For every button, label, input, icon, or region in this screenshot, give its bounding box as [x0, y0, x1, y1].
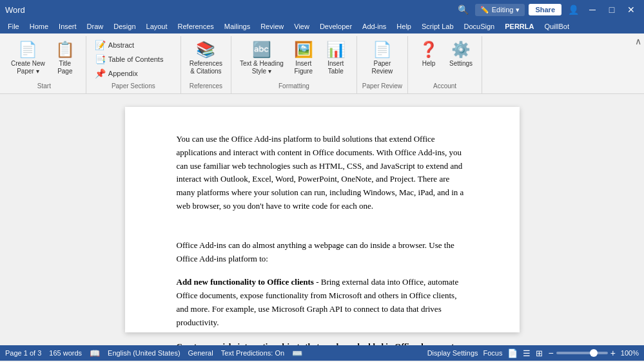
title-page-icon: 📋 [55, 41, 75, 59]
references-label: References& Citations [190, 60, 222, 75]
menu-developer[interactable]: Developer [315, 21, 357, 32]
ribbon-group-references-label: References [190, 80, 222, 91]
paper-review-button[interactable]: 📄 PaperReview [367, 39, 398, 77]
document-area: You can use the Office Add-ins platform … [0, 94, 644, 345]
new-paper-icon: 📄 [18, 41, 37, 59]
appendix-button[interactable]: 📌 Appendix [92, 67, 175, 80]
table-of-contents-button[interactable]: 📑 Table of Contents [92, 53, 175, 66]
paper-review-items: 📄 PaperReview [367, 39, 398, 80]
title-page-button[interactable]: 📋 TitlePage [50, 39, 81, 77]
menu-review[interactable]: Review [255, 21, 289, 32]
paper-sections-items: 📝 Abstract 📑 Table of Contents 📌 Appendi… [92, 39, 175, 80]
minimize-button[interactable]: ─ [585, 2, 600, 17]
formatting-items: 🔤 Text & HeadingStyle ▾ 🖼️ InsertFigure … [237, 39, 351, 80]
menu-references[interactable]: References [173, 21, 219, 32]
paragraph-2: Office Add-ins can do almost anything a … [177, 239, 468, 266]
references-citations-button[interactable]: 📚 References& Citations [186, 39, 226, 77]
ribbon-group-account: ❓ Help ⚙️ Settings Account [408, 36, 482, 93]
abstract-label: Abstract [108, 41, 134, 49]
text-heading-style-button[interactable]: 🔤 Text & HeadingStyle ▾ [237, 39, 287, 77]
close-button[interactable]: ✕ [623, 2, 639, 17]
ribbon-group-formatting: 🔤 Text & HeadingStyle ▾ 🖼️ InsertFigure … [231, 36, 357, 93]
appendix-icon: 📌 [95, 68, 106, 79]
ribbon-group-paper-review: 📄 PaperReview Paper Review [357, 36, 408, 93]
search-button[interactable]: 🔍 [456, 2, 471, 17]
appendix-label: Appendix [108, 70, 138, 77]
zoom-slider: − + [548, 348, 615, 358]
ribbon-group-references: 📚 References& Citations References [181, 36, 231, 93]
settings-label: Settings [449, 60, 473, 68]
editing-label: Editing [492, 6, 514, 14]
insert-table-label: InsertTable [327, 60, 344, 75]
settings-icon: ⚙️ [451, 41, 471, 59]
text-predictions: Text Predictions: On [221, 349, 284, 357]
page-info: Page 1 of 3 [5, 349, 41, 357]
editing-button[interactable]: ✏️ Editing ▾ [475, 4, 525, 16]
title-bar: Word 🔍 ✏️ Editing ▾ Share 👤 ─ □ ✕ [0, 0, 644, 19]
abstract-button[interactable]: 📝 Abstract [92, 39, 175, 52]
paragraph-3: Add new functionality to Office clients … [177, 276, 468, 329]
settings-button[interactable]: ⚙️ Settings [445, 39, 476, 70]
document-page: You can use the Office Add-ins platform … [125, 107, 520, 332]
share-button[interactable]: Share [529, 4, 561, 15]
title-bar-title: Word [5, 5, 25, 15]
menu-insert[interactable]: Insert [54, 21, 82, 32]
ribbon-group-paper-sections: 📝 Abstract 📑 Table of Contents 📌 Appendi… [86, 36, 181, 93]
focus[interactable]: Focus [483, 349, 503, 357]
references-icon: 📚 [196, 41, 215, 59]
menu-script-lab[interactable]: Script Lab [416, 21, 459, 32]
toc-label: Table of Contents [108, 55, 164, 63]
chevron-icon: ▾ [516, 6, 520, 14]
zoom-plus[interactable]: + [610, 348, 616, 358]
pencil-icon: ✏️ [480, 6, 489, 14]
create-new-paper-button[interactable]: 📄 Create NewPaper ▾ [8, 39, 48, 77]
menu-mailings[interactable]: Mailings [219, 21, 255, 32]
new-paper-label: Create NewPaper ▾ [11, 60, 45, 75]
menu-add-ins[interactable]: Add-ins [357, 21, 391, 32]
restore-button[interactable]: □ [604, 2, 620, 17]
zoom-thumb[interactable] [590, 349, 598, 357]
display-settings[interactable]: Display Settings [427, 349, 478, 357]
word-count-icon[interactable]: 📖 [90, 348, 100, 358]
title-bar-left: Word [5, 5, 25, 15]
title-page-label: TitlePage [57, 60, 72, 75]
word-count: 165 words [49, 349, 82, 357]
view-icon-1[interactable]: 📄 [507, 348, 518, 358]
status-right: Display Settings Focus 📄 ☰ ⊞ − + 100% [427, 348, 639, 358]
ribbon-collapse-button[interactable]: ∧ [635, 36, 641, 46]
ribbon-group-paper-review-label: Paper Review [362, 80, 402, 91]
help-button[interactable]: ❓ Help [413, 39, 444, 70]
menu-file[interactable]: File [3, 21, 24, 32]
view-icon-2[interactable]: ☰ [523, 348, 531, 358]
text-predictions-icon[interactable]: ⌨️ [292, 348, 302, 358]
paragraph-1: You can use the Office Add-ins platform … [177, 133, 468, 213]
insert-table-button[interactable]: 📊 InsertTable [320, 39, 351, 77]
menu-design[interactable]: Design [108, 21, 141, 32]
menu-view[interactable]: View [289, 21, 315, 32]
ribbon-group-account-label: Account [433, 80, 456, 91]
insert-figure-button[interactable]: 🖼️ InsertFigure [288, 39, 319, 77]
view-icon-3[interactable]: ⊞ [536, 348, 543, 358]
document-content: You can use the Office Add-ins platform … [177, 133, 468, 345]
zoom-minus[interactable]: − [548, 348, 553, 358]
menu-draw[interactable]: Draw [82, 21, 109, 32]
menu-help[interactable]: Help [391, 21, 416, 32]
account-icon-button[interactable]: 👤 [565, 2, 581, 17]
menu-docusign[interactable]: DocuSign [459, 21, 500, 32]
ribbon-group-formatting-label: Formatting [278, 80, 309, 91]
paper-review-icon: 📄 [373, 41, 392, 59]
ribbon-group-start-items: 📄 Create NewPaper ▾ 📋 TitlePage [8, 39, 81, 80]
help-icon: ❓ [419, 41, 438, 59]
menu-quillbot[interactable]: QuillBot [539, 21, 574, 32]
menu-layout[interactable]: Layout [141, 21, 173, 32]
ribbon-group-start: 📄 Create NewPaper ▾ 📋 TitlePage Start [3, 36, 86, 93]
menu-home[interactable]: Home [24, 21, 54, 32]
para-4-bold: Create new rich, interactive objects tha… [177, 341, 458, 345]
help-label: Help [422, 60, 436, 68]
ribbon-group-paper-sections-label: Paper Sections [112, 80, 155, 91]
insert-figure-label: InsertFigure [295, 60, 313, 75]
menu-perrla[interactable]: PERRLA [500, 21, 539, 32]
abstract-icon: 📝 [95, 40, 106, 50]
paragraph-4: Create new rich, interactive objects tha… [177, 340, 468, 345]
spacer-1 [177, 224, 468, 239]
